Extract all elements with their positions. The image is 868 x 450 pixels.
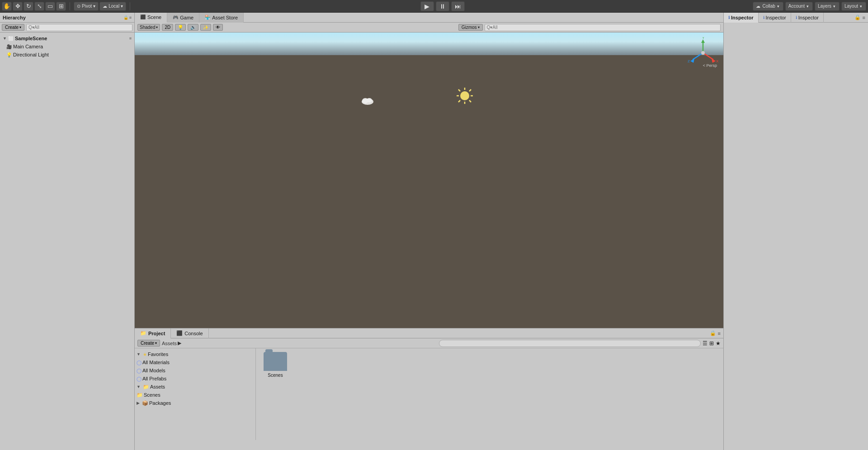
pause-button[interactable]: ⏸: [436, 1, 449, 11]
svg-line-5: [458, 89, 460, 91]
gizmos-btn[interactable]: Gizmos: [458, 24, 483, 31]
svg-text:Z: Z: [688, 59, 690, 63]
tool-buttons: ✋ ✥ ↻ ⤡ ▭ ⊞: [2, 2, 66, 11]
2d-btn[interactable]: 2D: [162, 24, 173, 31]
tab-console[interactable]: ⬛ Console: [171, 328, 208, 338]
playback-controls: ▶ ⏸ ⏭: [134, 1, 751, 11]
hierarchy-toolbar: Create: [0, 23, 134, 33]
tool-move-btn[interactable]: ✥: [13, 2, 23, 11]
scene-menu: ≡: [129, 36, 132, 41]
toolbar-right: ☁ Collab Account Layers Layout: [753, 2, 866, 11]
inspector-menu-icon[interactable]: ≡: [863, 15, 865, 20]
all-materials-icon: ◯: [137, 360, 142, 365]
hierarchy-lock-icon[interactable]: 🔒: [123, 15, 128, 20]
audio-btn[interactable]: 🔊: [188, 24, 198, 31]
tab-asset-store[interactable]: 🏪 Asset Store: [199, 13, 244, 23]
hierarchy-menu-icon[interactable]: ≡: [129, 15, 132, 20]
project-search[interactable]: [439, 340, 701, 347]
all-materials-item[interactable]: ◯ All Materials: [135, 358, 255, 366]
svg-point-0: [460, 91, 469, 100]
inspector-tab-1[interactable]: ℹ Inspector: [724, 13, 759, 23]
favorites-arrow: ▼: [137, 352, 141, 356]
packages-folder-icon: 📦: [142, 400, 148, 406]
pivot-button[interactable]: ⊙ Pivot ▾: [74, 2, 99, 11]
inspector-1-icon: ℹ: [728, 15, 730, 20]
svg-line-18: [693, 53, 703, 60]
grid-view-icon[interactable]: ⊞: [709, 340, 714, 347]
tool-rotate-btn[interactable]: ↻: [24, 2, 33, 11]
packages-arrow: ▶: [137, 401, 140, 405]
shading-dropdown[interactable]: Shaded: [137, 24, 160, 31]
assets-folder-icon: 📁: [143, 384, 149, 390]
play-button[interactable]: ▶: [420, 1, 434, 11]
all-prefabs-icon: ◯: [137, 376, 142, 381]
tab-project[interactable]: 📁 Project: [135, 328, 171, 338]
filter-icon[interactable]: ★: [716, 340, 721, 347]
hierarchy-search[interactable]: [26, 24, 132, 31]
favorites-item[interactable]: ▼ ★ Favorites: [135, 350, 255, 358]
scene-gizmo[interactable]: Y X Z < Persp: [687, 37, 719, 69]
fx-btn[interactable]: ✨: [200, 24, 211, 31]
tool-transform-btn[interactable]: ⊞: [56, 2, 66, 11]
assets-tree-item[interactable]: ▼ 📁 Assets: [135, 383, 255, 391]
lighting-btn[interactable]: 💡: [175, 24, 186, 31]
svg-point-21: [701, 51, 705, 55]
svg-line-15: [703, 53, 713, 60]
hierarchy-create-btn[interactable]: Create: [2, 24, 24, 31]
svg-marker-19: [690, 59, 694, 63]
inspector-lock-icon[interactable]: 🔒: [854, 14, 861, 20]
inspector-panel: ℹ Inspector ℹ Inspector ℹ Inspector 🔒 ≡: [723, 13, 868, 450]
assets-path: Assets ▶: [162, 340, 181, 346]
project-assets-view: Scenes: [256, 348, 723, 440]
sun-icon: [456, 87, 474, 109]
tab-scene[interactable]: ⬛ Scene: [135, 13, 167, 23]
packages-item[interactable]: ▶ 📦 Packages: [135, 399, 255, 407]
inspector-controls: 🔒 ≡: [854, 14, 868, 20]
list-view-icon[interactable]: ☰: [703, 340, 708, 347]
layers-button[interactable]: Layers: [815, 2, 840, 11]
all-models-icon: ◯: [137, 368, 142, 373]
svg-text:Y: Y: [702, 37, 705, 40]
svg-line-8: [458, 100, 460, 102]
tool-rect-btn[interactable]: ▭: [45, 2, 55, 11]
directional-light-item[interactable]: 💡 Directional Light: [0, 51, 134, 59]
collab-button[interactable]: ☁ Collab: [753, 2, 783, 11]
scene-visibility-btn[interactable]: 👁: [213, 24, 223, 31]
inspector-3-icon: ℹ: [796, 15, 797, 20]
scene-arrow: ▼: [3, 36, 7, 41]
all-models-item[interactable]: ◯ All Models: [135, 366, 255, 375]
top-toolbar: ✋ ✥ ↻ ⤡ ▭ ⊞ ⊙ Pivot ▾ ☁ Local ▾ ▶ ⏸ ⏭ ☁ …: [0, 0, 868, 13]
scene-root[interactable]: ▼ ⬜ SampleScene ≡: [0, 34, 134, 42]
bottom-header-bar: Create Assets ▶ ☰ ⊞ ★: [135, 338, 723, 348]
scene-search[interactable]: [485, 24, 721, 31]
project-create-btn[interactable]: Create: [137, 340, 160, 347]
hierarchy-icons: 🔒 ≡: [123, 15, 132, 20]
hierarchy-header: Hierarchy 🔒 ≡: [0, 13, 134, 23]
inspector-tab-3[interactable]: ℹ Inspector: [791, 13, 824, 23]
game-tab-icon: 🎮: [173, 15, 178, 20]
inspector-tab-2[interactable]: ℹ Inspector: [759, 13, 791, 23]
tool-hand-btn[interactable]: ✋: [2, 2, 12, 11]
main-camera-label: Main Camera: [13, 44, 43, 49]
scene-icon: ⬜: [8, 36, 14, 41]
pivot-icon: ⊙: [77, 4, 80, 9]
scenes-tree-item[interactable]: 📁 Scenes: [135, 391, 255, 399]
step-button[interactable]: ⏭: [451, 1, 465, 11]
svg-line-7: [469, 89, 471, 91]
bottom-lock-icon[interactable]: 🔒: [710, 330, 716, 336]
pivot-dropdown-icon: ▾: [93, 4, 95, 9]
persp-label: < Persp: [701, 62, 719, 69]
layout-button[interactable]: Layout: [841, 2, 866, 11]
project-tab-icon: 📁: [140, 330, 146, 336]
scenes-folder-asset[interactable]: Scenes: [259, 352, 291, 378]
hierarchy-title: Hierarchy: [3, 15, 26, 20]
bottom-menu-icon[interactable]: ≡: [718, 331, 721, 336]
all-prefabs-item[interactable]: ◯ All Prefabs: [135, 375, 255, 383]
local-button[interactable]: ☁ Local ▾: [99, 2, 126, 11]
account-button[interactable]: Account: [785, 2, 813, 11]
tab-game[interactable]: 🎮 Game: [167, 13, 199, 23]
directional-light-label: Directional Light: [13, 52, 49, 57]
main-camera-item[interactable]: 🎥 Main Camera: [0, 42, 134, 51]
scenes-folder-icon: 📁: [137, 392, 143, 398]
tool-scale-btn[interactable]: ⤡: [34, 2, 44, 11]
